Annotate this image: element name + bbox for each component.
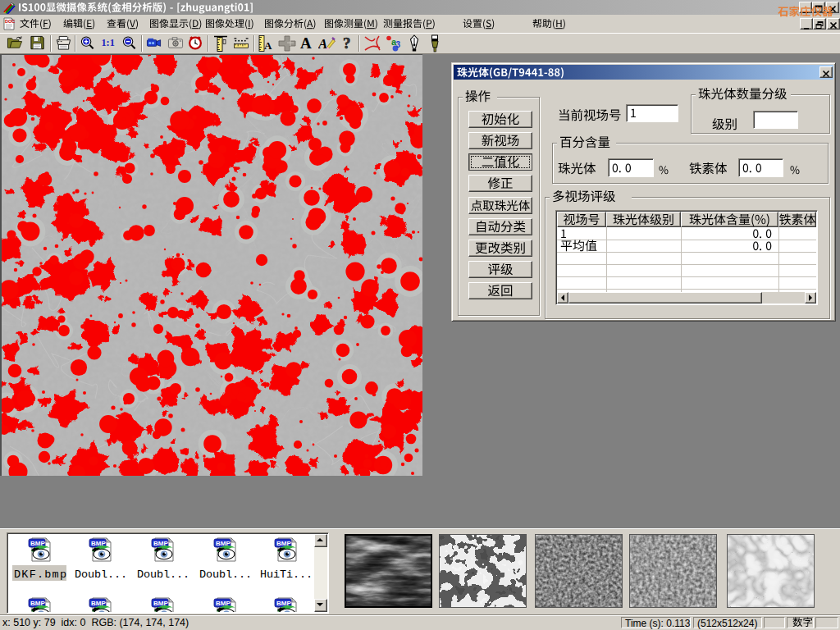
svg-text:Doubl...: Doubl... — [199, 568, 252, 581]
svg-text:HuiTi...: HuiTi... — [260, 568, 313, 581]
svg-text:Doubl...: Doubl... — [75, 568, 127, 581]
svg-text:1:1: 1:1 — [101, 37, 114, 48]
svg-text:DKF.bmp: DKF.bmp — [14, 568, 66, 581]
svg-text:Doubl...: Doubl... — [137, 568, 189, 581]
svg-text:A: A — [300, 34, 312, 52]
svg-text:?: ? — [343, 34, 351, 52]
svg-text:A: A — [264, 39, 272, 52]
svg-text:A: A — [318, 36, 327, 52]
svg-text:DOC: DOC — [5, 19, 15, 24]
